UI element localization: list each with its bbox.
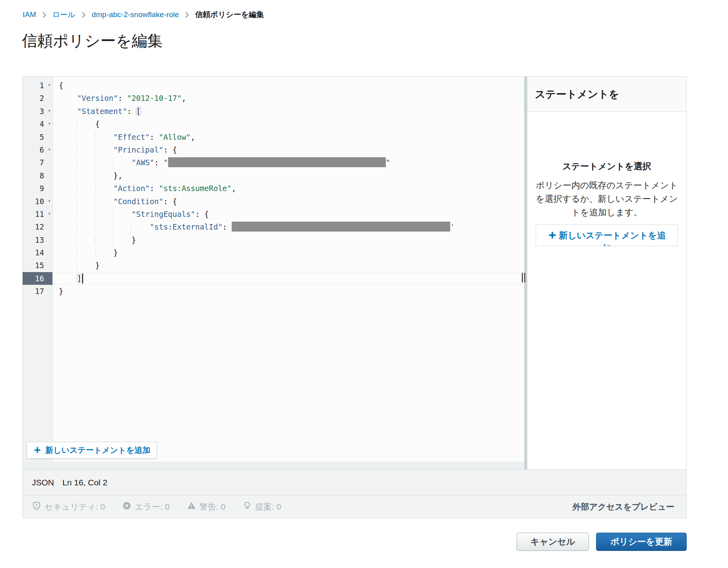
code-line[interactable]: 4▾ { — [23, 118, 524, 130]
fold-arrow-icon[interactable]: ▾ — [48, 207, 51, 220]
indent-guide — [59, 261, 77, 270]
status-item-label: 提案: 0 — [255, 501, 281, 512]
editor-panel-row: 1▾{2 "Version": "2012-10-17",3▾ "Stateme… — [23, 77, 686, 469]
code-text: "Version": "2012-10-17", — [52, 92, 186, 104]
indent-guide — [95, 197, 114, 206]
fold-arrow-icon[interactable]: ▾ — [48, 143, 51, 156]
add-statement-button[interactable]: 新しいステートメントを追加 — [27, 442, 157, 459]
indent-guide — [77, 222, 95, 231]
fold-arrow-icon[interactable]: ▾ — [48, 79, 51, 91]
indent-guide — [95, 133, 114, 141]
line-number: 13 — [23, 234, 52, 246]
code-token: } — [59, 287, 63, 296]
fold-arrow-icon[interactable]: ▾ — [48, 195, 51, 207]
error-circle-icon — [122, 501, 131, 512]
suggestion-bulb-icon — [243, 501, 252, 512]
editor-status-bar: セキュリティ: 0エラー: 0警告: 0提案: 0 外部アクセスをプレビュー — [23, 495, 686, 518]
code-token: } — [113, 248, 118, 257]
plus-icon — [548, 230, 557, 240]
code-line[interactable]: 12 "sts:ExternalId": ' — [23, 220, 524, 233]
code-line[interactable]: 1▾{ — [23, 79, 524, 92]
add-statement-label: 新しいステートメントを追加 — [45, 445, 150, 456]
status-item-label: エラー: 0 — [135, 501, 169, 512]
line-number: 5 — [23, 131, 52, 143]
code-text: "Statement": [ — [52, 105, 141, 118]
code-line[interactable]: 11▾ "StringEquals": { — [23, 208, 524, 220]
code-token: : { — [163, 197, 177, 206]
code-token: }, — [113, 171, 122, 180]
add-statement-panel-label: 新しいステートメントを追加 — [559, 230, 666, 246]
breadcrumb-chevron-icon — [42, 12, 46, 18]
indent-guide — [77, 171, 95, 180]
code-token: "Principal" — [113, 145, 163, 154]
code-line[interactable]: 14 } — [23, 246, 524, 259]
indent-guide — [95, 184, 114, 193]
add-statement-button-panel[interactable]: 新しいステートメントを追加 — [536, 224, 678, 246]
warning-triangle-icon — [187, 501, 196, 512]
indent-guide — [59, 248, 77, 257]
code-token: : — [150, 133, 159, 141]
indent-guide — [59, 171, 77, 180]
code-token: , — [232, 184, 236, 193]
code-text: ] — [52, 272, 83, 285]
status-item: 提案: 0 — [243, 501, 281, 512]
policy-code-editor[interactable]: 1▾{2 "Version": "2012-10-17",3▾ "Stateme… — [23, 77, 524, 469]
code-token: "StringEquals" — [132, 210, 195, 218]
preview-external-access-button[interactable]: 外部アクセスをプレビュー — [570, 501, 677, 513]
indent-guide — [59, 107, 77, 116]
select-statement-description: ポリシー内の既存のステートメントを選択するか、新しいステートメントを追加します。 — [535, 179, 679, 219]
code-token: "Condition" — [113, 197, 163, 206]
page-title: 信頼ポリシーを編集 — [22, 30, 163, 52]
code-line[interactable]: 2 "Version": "2012-10-17", — [23, 92, 524, 104]
statement-panel-header: ステートメントを — [527, 77, 686, 112]
breadcrumb-link-iam[interactable]: IAM — [23, 10, 36, 19]
line-number: 1▾ — [23, 79, 52, 92]
code-line[interactable]: 7 "AWS": "" — [23, 156, 524, 169]
code-text: } — [52, 259, 100, 272]
indent-guide — [77, 261, 95, 270]
indent-guide — [95, 145, 114, 154]
fold-arrow-icon[interactable]: ▾ — [48, 117, 51, 130]
redacted-value — [232, 222, 450, 232]
code-lines: 1▾{2 "Version": "2012-10-17",3▾ "Stateme… — [23, 77, 524, 298]
statement-panel: ステートメントを ステートメントを選択 ポリシー内の既存のステートメントを選択す… — [527, 77, 686, 469]
code-line[interactable]: 13 } — [23, 234, 524, 246]
code-line[interactable]: 16 ] — [23, 272, 524, 285]
code-token: "Effect" — [113, 133, 150, 141]
indent-guide — [59, 133, 77, 141]
update-policy-button[interactable]: ポリシーを更新 — [596, 533, 687, 551]
cursor-position-label: Ln 16, Col 2 — [62, 478, 107, 487]
code-line[interactable]: 15 } — [23, 259, 524, 272]
code-text: } — [52, 234, 136, 246]
statement-panel-body: ステートメントを選択 ポリシー内の既存のステートメントを選択するか、新しいステー… — [527, 112, 686, 246]
indent-guide — [59, 236, 77, 244]
code-line[interactable]: 3▾ "Statement": [ — [23, 105, 524, 118]
code-text: } — [52, 246, 118, 259]
breadcrumb-chevron-icon — [185, 12, 189, 18]
breadcrumb: IAM ロール dmp-abc-2-snowflake-role 信頼ポリシーを… — [23, 10, 264, 20]
code-line[interactable]: 17} — [23, 285, 524, 298]
line-number: 4▾ — [23, 118, 52, 130]
breadcrumb-link-roles[interactable]: ロール — [52, 10, 76, 20]
code-line[interactable]: 5 "Effect": "Allow", — [23, 131, 524, 143]
code-text: "sts:ExternalId": ' — [52, 220, 455, 233]
line-number: 6▾ — [23, 143, 52, 156]
code-line[interactable]: 9 "Action": "sts:AssumeRole", — [23, 182, 524, 195]
code-line[interactable]: 6▾ "Principal": { — [23, 143, 524, 156]
indent-guide — [77, 236, 95, 244]
status-item-label: 警告: 0 — [199, 501, 225, 512]
breadcrumb-link-role-name[interactable]: dmp-abc-2-snowflake-role — [92, 10, 179, 19]
status-item: セキュリティ: 0 — [32, 501, 105, 512]
editor-scrollbar-thumb[interactable] — [522, 273, 525, 282]
code-token: ] — [77, 274, 81, 283]
code-text: "AWS": "" — [52, 156, 390, 169]
code-token: " — [386, 158, 390, 167]
plus-icon — [33, 446, 41, 455]
code-token: "sts:AssumeRole" — [159, 184, 232, 193]
cancel-button[interactable]: キャンセル — [517, 533, 589, 551]
code-line[interactable]: 8 }, — [23, 169, 524, 182]
code-line[interactable]: 10▾ "Condition": { — [23, 195, 524, 208]
fold-arrow-icon[interactable]: ▾ — [48, 104, 51, 117]
indent-guide — [77, 197, 95, 206]
indent-guide — [59, 210, 77, 218]
